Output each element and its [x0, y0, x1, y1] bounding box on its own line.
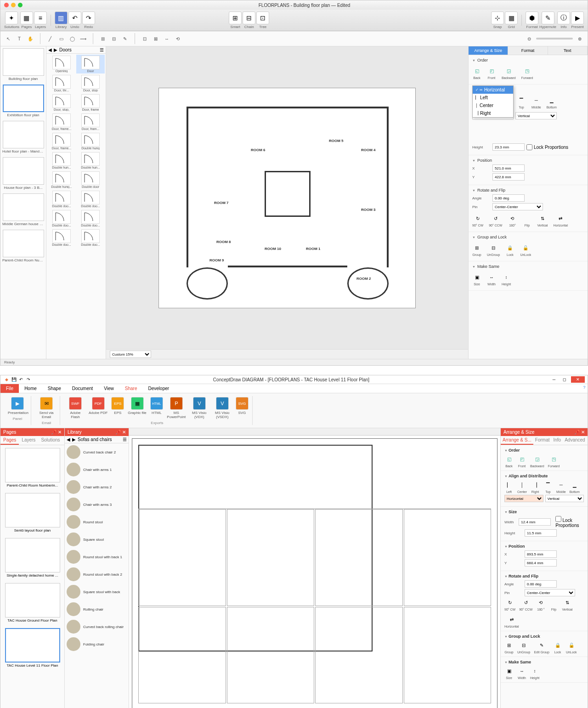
library-item[interactable]: Double doo... [47, 209, 76, 228]
group-tool-icon[interactable]: ⊡ [141, 34, 149, 43]
library-item[interactable]: Double hun... [47, 151, 76, 170]
align-middle-button[interactable]: ─Middle [531, 96, 541, 109]
bring-front-button[interactable]: ◰Front [517, 454, 526, 468]
pin-icon[interactable]: 📌 ✕ [51, 430, 62, 435]
library-item[interactable]: Opening [47, 55, 76, 74]
chain-button[interactable]: ⊟Chain [243, 11, 255, 29]
position-title[interactable]: Position [504, 544, 584, 549]
same-size-button[interactable]: ▣Size [504, 666, 514, 680]
library-item[interactable]: Door, frame [76, 93, 105, 112]
export-svg-button[interactable]: SVGSVG [235, 396, 249, 420]
export-vdx-button[interactable]: VMS Visio (VDX) [189, 396, 210, 420]
rotate-ccw-button[interactable]: ↺90° CCW [519, 598, 532, 611]
tab-format[interactable]: Format [533, 436, 552, 445]
maximize-icon[interactable] [18, 3, 23, 7]
library-item[interactable]: Door [76, 55, 105, 74]
library-item[interactable]: Double doo... [76, 228, 105, 247]
position-title[interactable]: Position [472, 158, 584, 163]
export-vsdx-button[interactable]: VMS Visio (VSDX) [212, 396, 233, 420]
page-thumbnail[interactable]: Parent-Child Room Num... [2, 230, 44, 262]
library-item[interactable]: Square stool [65, 531, 129, 548]
tab-developer[interactable]: Developer [143, 384, 175, 393]
lock-button[interactable]: 🔒Lock [553, 640, 562, 654]
rotate-tool-icon[interactable]: ⟲ [174, 34, 182, 43]
export-ppt-button[interactable]: PMS PowerPoint [166, 396, 187, 420]
undo-button[interactable]: ↶Undo [68, 11, 81, 29]
distribute-select[interactable]: Vertical [545, 495, 584, 502]
close-icon[interactable]: ✕ [571, 376, 585, 383]
lock-button[interactable]: 🔒Lock [505, 243, 514, 256]
dropdown-item-horizontal[interactable]: ✓ ═ Horizontal [473, 86, 513, 94]
library-item[interactable]: Curved back chair 2 [65, 443, 129, 461]
edit-group-button[interactable]: ✎Edit Group [534, 640, 549, 654]
align-tool-icon[interactable]: ⊞ [99, 34, 107, 43]
align-top-button[interactable]: ▔Top [543, 480, 553, 493]
menu-icon[interactable]: ☰ [123, 437, 127, 442]
export-html-button[interactable]: HTMLHTML [149, 396, 164, 420]
bring-front-button[interactable]: ◰Front [487, 66, 496, 79]
lock-proportions-checkbox[interactable]: Lock Proportions [526, 144, 568, 150]
page-thumbnail[interactable]: Hotel floor plan - Manda... [2, 121, 44, 153]
page-thumbnail[interactable]: Parent-Child Room Numberin... [0, 445, 64, 490]
library-item[interactable]: Square stool with back [65, 583, 129, 600]
tab-document[interactable]: Document [67, 384, 99, 393]
same-height-button[interactable]: ↕Height [530, 666, 539, 680]
group-button[interactable]: ⊞Group [504, 640, 514, 654]
tab-shape[interactable]: Shape [42, 384, 67, 393]
tab-arrange[interactable]: Arrange & S... [501, 436, 533, 445]
page-thumbnail[interactable]: Building floor plan [2, 48, 44, 81]
library-item[interactable]: Round stool [65, 513, 129, 531]
close-icon[interactable] [4, 3, 9, 7]
snap-button[interactable]: ⊹Snap [491, 11, 504, 29]
solutions-button[interactable]: ✦Solutions [4, 11, 19, 29]
send-back-button[interactable]: ◱Back [472, 66, 481, 79]
library-item[interactable]: Door, frame... [47, 132, 76, 151]
size-title[interactable]: Size [504, 510, 584, 514]
nav-back-icon[interactable]: ◀ [67, 437, 70, 442]
ellipse-tool-icon[interactable]: ◯ [68, 34, 76, 43]
send-backward-button[interactable]: ◲Backward [502, 66, 516, 79]
library-menu-icon[interactable]: ☰ [100, 47, 104, 52]
rotate-180-button[interactable]: ⟲180 ° [536, 598, 545, 611]
library-button[interactable]: ▥Library [55, 11, 68, 29]
rotate-ccw-button[interactable]: ↺90° CCW [489, 214, 502, 227]
group-button[interactable]: ⊞Group [472, 243, 481, 256]
flip-horizontal-button[interactable]: ⇄Horizontal [553, 214, 568, 227]
x-input[interactable] [525, 550, 557, 558]
pin-select[interactable]: Center-Center [525, 589, 575, 596]
group-title[interactable]: Group and Lock [504, 634, 584, 639]
library-item[interactable]: Door, fram... [76, 113, 105, 131]
presentation-button[interactable]: ▶Presentation [7, 396, 28, 416]
library-item[interactable]: Round stool with back 2 [65, 566, 129, 583]
hypernote-button[interactable]: ✎Hypernote [539, 11, 556, 29]
undo-icon[interactable]: ↶ [18, 376, 24, 383]
minimize-icon[interactable]: ─ [551, 376, 557, 383]
tab-custom[interactable]: Custom Pro... [587, 436, 588, 445]
library-item[interactable]: Door, frame... [47, 113, 76, 131]
x-input[interactable] [492, 164, 525, 172]
tab-share[interactable]: Share [119, 384, 143, 393]
same-height-button[interactable]: ↕Height [502, 272, 511, 286]
rotate-180-button[interactable]: ⟲180° [508, 214, 517, 227]
send-back-button[interactable]: ◱Back [504, 454, 514, 468]
tree-button[interactable]: ⊡Tree [256, 11, 269, 29]
rotate-cw-button[interactable]: ↻90° CW [504, 598, 515, 611]
export-flash-button[interactable]: SWFAdobe Flash [65, 396, 86, 420]
format-button[interactable]: ⬢Format [526, 11, 538, 29]
layers-button[interactable]: ≡Layers [34, 11, 47, 29]
library-item[interactable]: Double doo... [47, 228, 76, 247]
redo-button[interactable]: ↷Redo [82, 11, 95, 29]
minimize-icon[interactable] [11, 3, 16, 7]
library-item[interactable]: Door, stop [76, 74, 105, 93]
pointer-tool-icon[interactable]: ↖ [4, 34, 12, 43]
align-right-button[interactable]: ▕Right [531, 480, 540, 493]
nav-back-icon[interactable]: ◀ [48, 47, 52, 52]
ungroup-button[interactable]: ⊟UnGroup [517, 640, 530, 654]
page-thumbnail[interactable]: Sentō layout floor plan [0, 490, 64, 535]
distribute-tool-icon[interactable]: ⊟ [110, 34, 118, 43]
library-item[interactable]: Double doo... [76, 209, 105, 228]
makesame-title[interactable]: Make Same [504, 660, 584, 664]
unlock-button[interactable]: 🔓UnLock [566, 640, 577, 654]
dimension-tool-icon[interactable]: ↔ [163, 34, 171, 43]
height-input[interactable] [525, 529, 557, 537]
